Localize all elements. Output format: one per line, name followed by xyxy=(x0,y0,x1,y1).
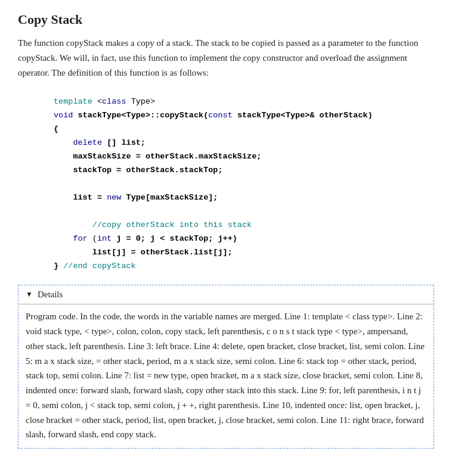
code-line-3: { xyxy=(54,123,434,136)
code-line-4: delete [] list; xyxy=(54,136,434,150)
code-block: template <class Type> void stackType<Typ… xyxy=(18,89,434,279)
code-line-7: list = new Type[maxStackSize]; xyxy=(54,191,434,205)
intro-paragraph: The function copyStack makes a copy of a… xyxy=(18,36,434,80)
code-line-comment: //copy otherStack into this stack xyxy=(54,219,434,232)
code-line-blank1 xyxy=(54,178,434,191)
details-toggle[interactable]: ▼ Details xyxy=(18,285,434,304)
details-arrow-icon: ▼ xyxy=(26,290,33,299)
code-line-end: } //end copyStack xyxy=(54,260,434,273)
keyword-template: template xyxy=(54,97,92,106)
code-line-5: maxStackSize = otherStack.maxStackSize; xyxy=(54,150,434,164)
code-line-2: void stackType<Type>::copyStack(const st… xyxy=(54,109,434,123)
page-title: Copy Stack xyxy=(18,12,434,27)
code-line-1: template <class Type> xyxy=(54,95,434,109)
code-line-list: list[j] = otherStack.list[j]; xyxy=(54,246,434,260)
details-body: Program code. In the code, the words in … xyxy=(18,304,434,448)
code-line-blank2 xyxy=(54,205,434,219)
code-line-6: stackTop = otherStack.stackTop; xyxy=(54,164,434,178)
details-label: Details xyxy=(38,290,63,300)
code-line-for: for (int j = 0; j < stackTop; j++) xyxy=(54,232,434,246)
details-section: ▼ Details Program code. In the code, the… xyxy=(18,285,434,449)
